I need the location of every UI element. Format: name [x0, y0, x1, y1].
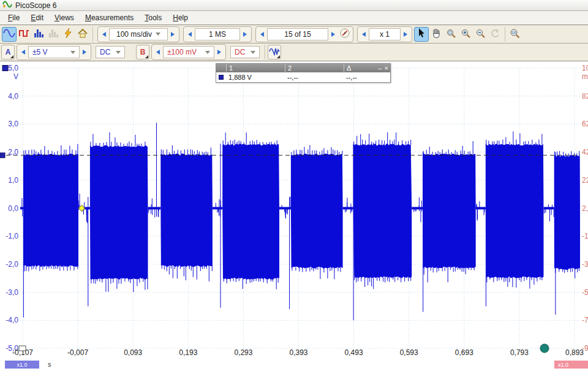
channel-b-range-decrease[interactable]	[153, 46, 163, 58]
undo-zoom-button	[488, 27, 502, 42]
zoom-out-tool-button[interactable]	[473, 27, 488, 42]
buffer-position-field[interactable]: 15 of 15	[267, 28, 328, 40]
channel-a-options-button[interactable]: A	[1, 45, 15, 59]
svg-text:0,393: 0,393	[289, 348, 307, 357]
home-icon	[77, 28, 88, 40]
buffer-next-button[interactable]	[328, 28, 338, 40]
zoom-increase-button[interactable]	[401, 28, 410, 40]
channel-b-range-group: ±100 mV	[151, 44, 226, 60]
svg-text:3,0: 3,0	[8, 120, 18, 128]
ruler-column-delta: Δ	[344, 64, 375, 72]
channel-a-range-decrease[interactable]	[18, 46, 28, 58]
persistence-view-button[interactable]	[17, 27, 31, 42]
timebase-select[interactable]: 100 ms/div	[109, 28, 168, 40]
buffer-group: 15 of 15	[255, 26, 353, 42]
marquee-zoom-tool-button[interactable]	[443, 27, 458, 42]
channel-a-coupling-select[interactable]: DC	[96, 46, 125, 58]
samples-increase-button[interactable]	[240, 28, 250, 40]
svg-text:0,293: 0,293	[234, 348, 252, 357]
right-arrow-icon	[217, 50, 221, 55]
buffer-navigator-button[interactable]	[338, 28, 352, 41]
ruler-2-value: --,--	[285, 74, 344, 81]
menu-views[interactable]: Views	[49, 12, 80, 24]
svg-text:4,0: 4,0	[8, 92, 18, 101]
svg-text:-2,0: -2,0	[6, 260, 18, 269]
awg-wave-icon	[269, 47, 280, 58]
samples-value: 1 MS	[209, 30, 226, 39]
svg-text:2,0: 2,0	[8, 148, 18, 156]
channel-a-label: A	[6, 48, 11, 56]
channel-b-coupling-select[interactable]: DC	[230, 46, 260, 58]
minimize-icon[interactable]: –	[378, 64, 382, 72]
channel-a-range-select[interactable]: ±5 V	[28, 46, 80, 58]
x-axis-unit-label: s	[48, 361, 51, 368]
spectrum-bars-disabled-icon	[48, 28, 59, 40]
cursor-arrow-icon	[417, 28, 426, 40]
zoom-100-icon: 100	[510, 28, 521, 40]
menu-edit[interactable]: Edit	[25, 12, 49, 24]
samples-input[interactable]: 1 MS	[195, 28, 240, 40]
buffer-prev-button[interactable]	[257, 28, 267, 40]
svg-text:0,593: 0,593	[400, 348, 418, 357]
menu-file[interactable]: File	[2, 12, 25, 24]
svg-text:0,093: 0,093	[124, 348, 142, 357]
toolbar-separator	[265, 45, 265, 59]
toolbar-separator	[505, 27, 505, 42]
zoom-full-button[interactable]: 100	[508, 27, 522, 42]
svg-text:-0,007: -0,007	[67, 348, 88, 357]
chevron-down-icon	[70, 51, 75, 54]
svg-text:-3,0: -3,0	[6, 288, 18, 297]
toolbar-separator	[92, 27, 93, 42]
menu-measurements[interactable]: Measurements	[80, 12, 139, 24]
spectrum-view-button[interactable]	[31, 27, 46, 42]
zoom-out-icon	[475, 28, 486, 40]
undo-arrow-icon	[490, 28, 500, 40]
spectrum-bars-icon	[33, 28, 44, 40]
close-icon[interactable]: ×	[385, 64, 388, 72]
main-toolbar: 100 ms/div 1 MS 15 of 15 x 1	[0, 25, 588, 44]
timebase-increase-button[interactable]	[168, 28, 178, 40]
zoom-factor-field[interactable]: x 1	[369, 28, 401, 40]
menu-bar: File Edit Views Measurements Tools Help	[0, 11, 588, 25]
svg-text:102,2: 102,2	[582, 64, 588, 72]
svg-text:0,793: 0,793	[510, 348, 529, 357]
ruler-legend-window[interactable]: 1 2 Δ – × 1,888 V --,-- --,--	[216, 63, 391, 83]
channel-b-range-select[interactable]: ±100 mV	[163, 46, 214, 58]
svg-text:82,2: 82,2	[582, 92, 588, 101]
scope-view[interactable]: 5,04,03,02,01,00,0-1,0-2,0-3,0-4,0-5,0V1…	[0, 61, 588, 370]
svg-text:-1,0: -1,0	[6, 232, 18, 240]
window-title: PicoScope 6	[15, 1, 56, 10]
zoom-in-tool-button[interactable]	[458, 27, 473, 42]
scope-view-button[interactable]	[2, 27, 17, 42]
home-settings-button[interactable]	[75, 27, 90, 42]
x-axis-zoom-badge[interactable]: x1.0	[5, 361, 39, 369]
samples-decrease-button[interactable]	[185, 28, 195, 40]
svg-text:1,0: 1,0	[8, 176, 18, 185]
sine-wave-icon	[3, 28, 15, 40]
timebase-decrease-button[interactable]	[99, 28, 109, 40]
right-axis-zoom-badge[interactable]: x1.0	[554, 361, 588, 369]
zoom-decrease-button[interactable]	[359, 28, 369, 40]
ruler-column-1: 1	[226, 64, 285, 72]
menu-help[interactable]: Help	[167, 12, 194, 24]
square-wave-icon	[18, 28, 29, 40]
samples-group: 1 MS	[183, 26, 252, 42]
auto-setup-button[interactable]	[61, 27, 75, 42]
svg-text:0,0: 0,0	[8, 204, 18, 213]
svg-text:42,2: 42,2	[582, 148, 588, 156]
channel-b-range-value: ±100 mV	[167, 48, 197, 56]
channel-a-range-increase[interactable]	[80, 46, 89, 58]
chevron-down-icon	[116, 51, 121, 54]
normal-selection-tool-button[interactable]	[414, 27, 429, 42]
signal-generator-button[interactable]	[268, 45, 281, 59]
channel-b-options-button[interactable]: B	[136, 45, 149, 59]
svg-text:5,0: 5,0	[8, 64, 18, 72]
channel-b-range-increase[interactable]	[214, 46, 224, 58]
channel-a-range-group: ±5 V	[17, 44, 91, 60]
right-arrow-icon	[171, 32, 175, 37]
hand-tool-button[interactable]	[429, 27, 443, 42]
left-arrow-icon	[21, 50, 25, 55]
chevron-down-icon	[156, 33, 160, 36]
menu-tools[interactable]: Tools	[139, 12, 167, 24]
left-arrow-icon	[102, 32, 106, 37]
